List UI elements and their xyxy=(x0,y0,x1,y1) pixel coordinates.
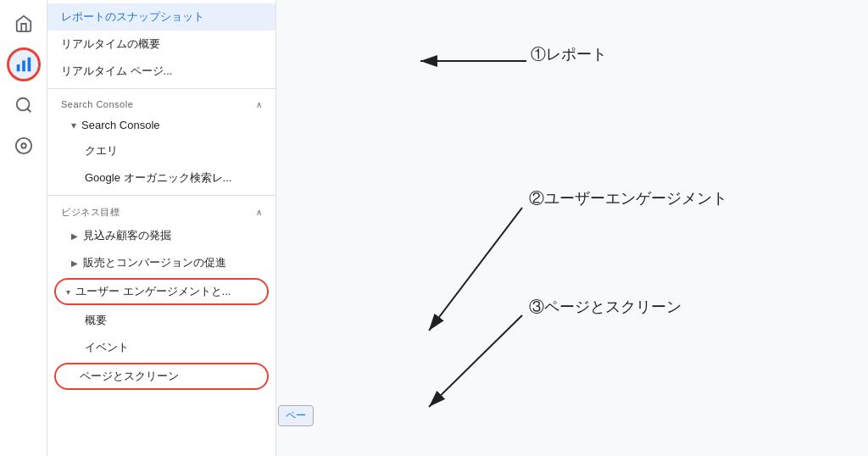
triangle-sales: ▶ xyxy=(71,259,78,268)
page-button-hint: ペー xyxy=(278,405,314,426)
explore-button[interactable] xyxy=(7,88,41,122)
nav-item-pages-screens[interactable]: ページとスクリーン xyxy=(54,363,269,390)
nav-item-user-engagement-label: ユーザー エンゲージメントと... xyxy=(75,284,231,299)
nav-item-overview-label: 概要 xyxy=(85,313,107,328)
annotation-2: ②ユーザーエンゲージメント xyxy=(529,188,727,209)
advertising-icon xyxy=(14,136,33,155)
annotation-3: ③ページとスクリーン xyxy=(529,297,682,317)
svg-line-9 xyxy=(429,208,522,331)
reports-button[interactable] xyxy=(7,47,41,81)
main-content: ペー ①レポート ②ユーザーエンゲージメント ③ページとスクリーン xyxy=(276,0,868,456)
nav-item-sales-label: 販売とコンバージョンの促進 xyxy=(83,255,226,270)
nav-item-realtime-overview[interactable]: リアルタイムの概要 xyxy=(47,31,275,58)
section-header-business-label: ビジネス目標 xyxy=(61,206,120,219)
nav-sidebar: レポートのスナップショット リアルタイムの概要 リアルタイム ページ... Se… xyxy=(47,0,276,456)
annotation-3-label: ③ページとスクリーン xyxy=(529,297,682,317)
svg-point-5 xyxy=(15,138,31,153)
nav-item-organic-label: Google オーガニック検索レ... xyxy=(85,170,231,186)
nav-item-user-engagement[interactable]: ▾ ユーザー エンゲージメントと... xyxy=(54,278,269,305)
svg-line-4 xyxy=(27,108,31,112)
triangle-engagement: ▾ xyxy=(66,287,70,297)
nav-item-leads-label: 見込み顧客の発掘 xyxy=(83,228,171,243)
section-header-business[interactable]: ビジネス目標 ∧ xyxy=(47,199,275,222)
svg-point-3 xyxy=(16,98,29,111)
nav-item-leads[interactable]: ▶ 見込み顧客の発掘 xyxy=(47,222,275,249)
home-button[interactable] xyxy=(7,7,41,41)
nav-item-snapshot-label: レポートのスナップショット xyxy=(61,9,204,25)
nav-item-sales[interactable]: ▶ 販売とコンバージョンの促進 xyxy=(47,249,275,276)
section-header-search-console[interactable]: Search Console ∧ xyxy=(47,92,275,113)
divider-1 xyxy=(47,88,275,89)
explore-icon xyxy=(14,96,33,114)
svg-rect-0 xyxy=(16,64,19,71)
collapse-business-icon: ∧ xyxy=(256,208,263,217)
nav-item-realtime-page[interactable]: リアルタイム ページ... xyxy=(47,58,275,85)
nav-item-query[interactable]: クエリ xyxy=(47,137,275,164)
arrows-overlay xyxy=(276,0,868,456)
annotation-1-label: ①レポート xyxy=(531,44,607,64)
nav-item-events[interactable]: イベント xyxy=(47,334,275,361)
nav-item-overview[interactable]: 概要 xyxy=(47,307,275,334)
advertising-button[interactable] xyxy=(7,129,41,163)
expand-bullet: ▾ xyxy=(71,120,76,131)
nav-item-snapshot[interactable]: レポートのスナップショット xyxy=(47,3,275,31)
nav-item-events-label: イベント xyxy=(85,340,129,355)
divider-2 xyxy=(47,195,275,196)
home-icon xyxy=(14,14,33,33)
svg-rect-2 xyxy=(27,58,31,72)
nav-item-search-console-label: Search Console xyxy=(81,119,160,131)
icon-sidebar xyxy=(0,0,47,456)
nav-item-realtime-overview-label: リアルタイムの概要 xyxy=(61,36,160,52)
nav-item-realtime-page-label: リアルタイム ページ... xyxy=(61,64,172,79)
section-header-search-console-label: Search Console xyxy=(61,99,133,109)
triangle-leads: ▶ xyxy=(71,231,78,241)
bar-chart-icon xyxy=(14,55,33,74)
nav-item-organic[interactable]: Google オーガニック検索レ... xyxy=(47,164,275,192)
svg-point-6 xyxy=(21,143,26,148)
nav-item-pages-screens-label: ページとスクリーン xyxy=(80,369,179,384)
collapse-icon: ∧ xyxy=(256,100,263,109)
annotation-1: ①レポート xyxy=(531,44,607,64)
annotation-2-label: ②ユーザーエンゲージメント xyxy=(529,188,727,209)
svg-rect-1 xyxy=(22,60,25,71)
nav-item-search-console[interactable]: ▾ Search Console xyxy=(47,113,275,137)
svg-line-10 xyxy=(429,315,522,407)
nav-item-query-label: クエリ xyxy=(85,143,118,158)
